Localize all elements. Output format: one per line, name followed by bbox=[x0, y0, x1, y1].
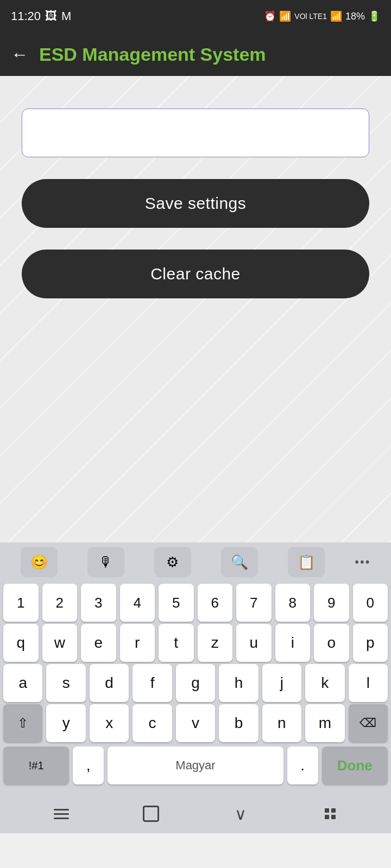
key-e[interactable]: e bbox=[81, 624, 116, 662]
key-j[interactable]: j bbox=[262, 664, 301, 702]
key-n[interactable]: n bbox=[262, 704, 301, 742]
key-b[interactable]: b bbox=[219, 704, 258, 742]
key-t[interactable]: t bbox=[159, 624, 194, 662]
symbols-button[interactable]: !#1 bbox=[3, 746, 69, 784]
settings-button[interactable]: ⚙ bbox=[154, 547, 191, 577]
status-left: 11:20 🖼 M bbox=[11, 9, 71, 23]
key-f[interactable]: f bbox=[133, 664, 172, 702]
key-7[interactable]: 7 bbox=[236, 584, 272, 622]
recents-button[interactable] bbox=[40, 800, 83, 827]
save-settings-button[interactable]: Save settings bbox=[22, 179, 369, 228]
search-button[interactable]: 🔍 bbox=[221, 547, 258, 577]
keyboard-button[interactable] bbox=[308, 800, 352, 827]
keyboard: 😊 🎙 ⚙ 🔍 📋 ••• 1 2 3 4 5 6 7 8 9 0 q w e … bbox=[0, 542, 391, 794]
clipboard-button[interactable]: 📋 bbox=[288, 547, 325, 577]
key-r[interactable]: r bbox=[120, 624, 155, 662]
lte-icon: VOl LTE1 bbox=[294, 12, 327, 21]
key-g[interactable]: g bbox=[176, 664, 215, 702]
alarm-icon: ⏰ bbox=[264, 10, 276, 22]
key-d[interactable]: d bbox=[90, 664, 129, 702]
back-button[interactable]: ← bbox=[11, 44, 28, 65]
status-right: ⏰ 📶 VOl LTE1 📶 18% 🔋 bbox=[264, 10, 380, 22]
keyboard-toolbar: 😊 🎙 ⚙ 🔍 📋 ••• bbox=[0, 542, 391, 582]
settings-input[interactable] bbox=[22, 108, 369, 157]
app-bar: ← ESD Management System bbox=[0, 33, 391, 76]
clear-cache-button[interactable]: Clear cache bbox=[22, 250, 369, 298]
key-x[interactable]: x bbox=[90, 704, 129, 742]
recents-icon bbox=[54, 809, 69, 819]
key-4[interactable]: 4 bbox=[120, 584, 155, 622]
alpha-row-1: q w e r t z u i o p bbox=[0, 624, 391, 662]
done-button[interactable]: Done bbox=[322, 746, 388, 784]
status-bar: 11:20 🖼 M ⏰ 📶 VOl LTE1 📶 18% 🔋 bbox=[0, 0, 391, 33]
key-i[interactable]: i bbox=[275, 624, 311, 662]
key-c[interactable]: c bbox=[133, 704, 172, 742]
key-p[interactable]: p bbox=[353, 624, 388, 662]
chevron-down-icon: ∨ bbox=[235, 805, 247, 824]
more-button[interactable]: ••• bbox=[355, 555, 370, 569]
spacebar[interactable]: Magyar bbox=[108, 746, 283, 784]
key-m[interactable]: m bbox=[305, 704, 344, 742]
key-h[interactable]: h bbox=[219, 664, 258, 702]
photo-icon: 🖼 bbox=[45, 9, 57, 23]
number-row: 1 2 3 4 5 6 7 8 9 0 bbox=[0, 584, 391, 622]
mail-icon: M bbox=[61, 9, 71, 23]
backspace-button[interactable]: ⌫ bbox=[349, 704, 388, 742]
main-content: Save settings Clear cache bbox=[0, 76, 391, 542]
key-s[interactable]: s bbox=[46, 664, 85, 702]
key-k[interactable]: k bbox=[305, 664, 344, 702]
time-display: 11:20 bbox=[11, 9, 41, 23]
period-button[interactable]: . bbox=[287, 746, 318, 784]
mic-button[interactable]: 🎙 bbox=[87, 547, 124, 577]
signal-icon: 📶 bbox=[330, 10, 342, 22]
key-z[interactable]: z bbox=[198, 624, 233, 662]
key-8[interactable]: 8 bbox=[275, 584, 311, 622]
key-a[interactable]: a bbox=[3, 664, 42, 702]
key-3[interactable]: 3 bbox=[81, 584, 116, 622]
key-6[interactable]: 6 bbox=[198, 584, 233, 622]
back-nav-button[interactable]: ∨ bbox=[219, 800, 262, 827]
alpha-row-3: ⇧ y x c v b n m ⌫ bbox=[0, 704, 391, 742]
battery-icon: 🔋 bbox=[368, 10, 380, 22]
bottom-row: !#1 , Magyar . Done bbox=[0, 744, 391, 787]
comma-button[interactable]: , bbox=[73, 746, 104, 784]
key-y[interactable]: y bbox=[46, 704, 85, 742]
key-o[interactable]: o bbox=[314, 624, 349, 662]
key-2[interactable]: 2 bbox=[42, 584, 78, 622]
key-l[interactable]: l bbox=[349, 664, 388, 702]
wifi-icon: 📶 bbox=[279, 10, 291, 22]
key-w[interactable]: w bbox=[42, 624, 78, 662]
home-button[interactable] bbox=[129, 800, 173, 827]
key-q[interactable]: q bbox=[3, 624, 39, 662]
key-9[interactable]: 9 bbox=[314, 584, 349, 622]
emoji-button[interactable]: 😊 bbox=[21, 547, 58, 577]
alpha-row-2: a s d f g h j k l bbox=[0, 664, 391, 702]
nav-bar: ∨ bbox=[0, 794, 391, 833]
home-icon bbox=[143, 806, 159, 822]
keyboard-icon bbox=[325, 808, 336, 819]
key-1[interactable]: 1 bbox=[3, 584, 39, 622]
key-u[interactable]: u bbox=[236, 624, 272, 662]
key-0[interactable]: 0 bbox=[353, 584, 388, 622]
key-v[interactable]: v bbox=[176, 704, 215, 742]
shift-button[interactable]: ⇧ bbox=[3, 704, 42, 742]
battery-display: 18% bbox=[345, 11, 365, 22]
key-5[interactable]: 5 bbox=[159, 584, 194, 622]
app-title: ESD Management System bbox=[39, 44, 266, 65]
